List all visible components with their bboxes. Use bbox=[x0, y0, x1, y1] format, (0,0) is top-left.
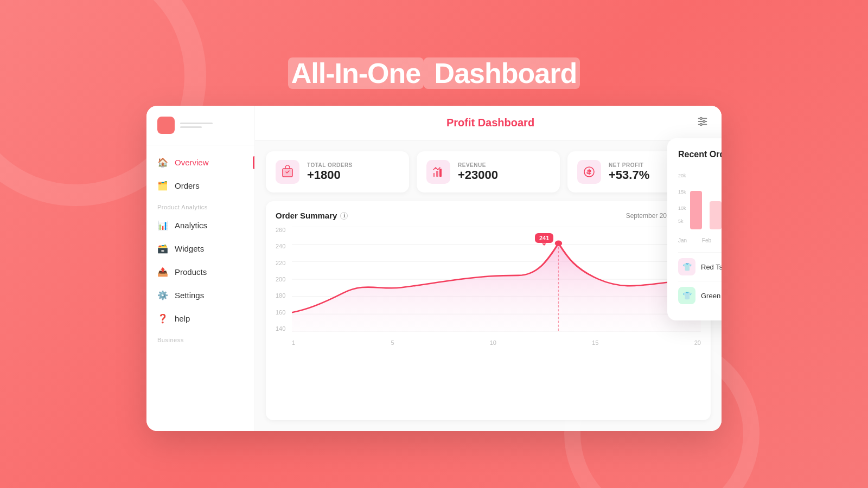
red-tshirt-name: Red Tshirt bbox=[701, 263, 722, 271]
logo-line-2 bbox=[180, 126, 202, 128]
sidebar-item-orders[interactable]: 🗂️ Orders bbox=[146, 174, 254, 197]
bar-chart-labels: Jan Feb Mar Apr May Jun Jul bbox=[678, 237, 722, 243]
sidebar-label-orders: Orders bbox=[175, 181, 200, 190]
dashboard-container: 🏠 Overview 🗂️ Orders Product Analytics 📊… bbox=[146, 106, 722, 431]
orders-stat-icon bbox=[276, 160, 299, 184]
svg-rect-26 bbox=[710, 201, 722, 229]
chart-title: Order Summary ℹ bbox=[276, 211, 348, 220]
logo-line-1 bbox=[180, 123, 213, 124]
info-icon: ℹ bbox=[340, 212, 348, 220]
widgets-icon: 🗃️ bbox=[157, 243, 168, 254]
green-tshirt-name: Green Tshirt bbox=[701, 292, 722, 300]
sidebar-label-help: help bbox=[175, 314, 190, 323]
sidebar-label-analytics: Analytics bbox=[175, 221, 207, 230]
chart-title-text: Order Summary bbox=[276, 211, 337, 220]
orders-stat-value: +1800 bbox=[307, 168, 353, 182]
revenue-stat-info: REVENUE +23000 bbox=[458, 162, 498, 182]
sidebar-item-products[interactable]: 📤 Products bbox=[146, 260, 254, 284]
svg-point-4 bbox=[703, 120, 705, 123]
svg-text:20k: 20k bbox=[678, 173, 686, 178]
recent-orders-panel: Recent Orders 🛍️ ••• 20k 15k 10k 5k bbox=[667, 138, 722, 320]
sidebar-item-help[interactable]: ❓ help bbox=[146, 307, 254, 330]
top-bar: Profit Dashboard bbox=[255, 106, 722, 140]
tooltip-value: 241 bbox=[539, 235, 549, 241]
content-area: TOTAL ORDERS +1800 REVENUE bbox=[255, 140, 722, 431]
ro-title: Recent Orders bbox=[678, 150, 722, 159]
sidebar-item-analytics[interactable]: 📊 Analytics bbox=[146, 214, 254, 237]
filter-icon[interactable] bbox=[697, 115, 709, 130]
svg-point-5 bbox=[700, 124, 702, 126]
line-chart-svg bbox=[292, 227, 701, 332]
settings-icon: ⚙️ bbox=[157, 290, 168, 300]
chart-wrap: 260 240 220 200 180 160 140 bbox=[276, 227, 701, 346]
title-text1: All-In-One bbox=[288, 57, 424, 89]
sidebar-logo bbox=[146, 117, 254, 145]
stat-card-revenue: REVENUE +23000 bbox=[417, 151, 560, 192]
orders-icon: 🗂️ bbox=[157, 181, 168, 191]
svg-text:5k: 5k bbox=[678, 219, 684, 224]
svg-rect-25 bbox=[690, 191, 702, 229]
dashboard-title: Profit Dashboard bbox=[284, 117, 697, 129]
svg-text:10k: 10k bbox=[678, 206, 686, 211]
stat-card-orders: TOTAL ORDERS +1800 bbox=[266, 151, 409, 192]
red-tshirt-icon: 👕 bbox=[678, 258, 695, 275]
sidebar-label-overview: Overview bbox=[175, 158, 209, 167]
help-icon: ❓ bbox=[157, 313, 168, 324]
ro-header: Recent Orders 🛍️ ••• bbox=[678, 149, 722, 159]
svg-rect-9 bbox=[436, 171, 438, 177]
title-text2: Dashboard bbox=[424, 57, 580, 89]
page-title: All-In-One Dashboard bbox=[288, 57, 580, 89]
svg-rect-10 bbox=[439, 169, 442, 177]
svg-text:15k: 15k bbox=[678, 189, 686, 195]
section-label-product-analytics: Product Analytics bbox=[146, 197, 254, 214]
revenue-stat-value: +23000 bbox=[458, 168, 498, 182]
revenue-stat-label: REVENUE bbox=[458, 162, 498, 168]
order-item-red-tshirt: 👕 Red Tshirt $158,00 bbox=[678, 252, 722, 281]
svg-point-3 bbox=[700, 118, 702, 120]
orders-stat-label: TOTAL ORDERS bbox=[307, 162, 353, 168]
profit-stat-label: NET PROFIT bbox=[609, 162, 649, 168]
sidebar-item-settings[interactable]: ⚙️ Settings bbox=[146, 284, 254, 307]
bar-chart-svg: 20k 15k 10k 5k 16k bbox=[678, 168, 722, 233]
green-tshirt-icon: 👕 bbox=[678, 287, 695, 304]
sidebar-label-products: Products bbox=[175, 267, 207, 277]
profit-stat-info: NET PROFIT +53.7% bbox=[609, 162, 649, 182]
order-item-left-green: 👕 Green Tshirt bbox=[678, 287, 722, 304]
sidebar-label-widgets: Widgets bbox=[175, 244, 204, 253]
revenue-stat-icon bbox=[426, 160, 450, 184]
svg-rect-8 bbox=[433, 173, 435, 177]
chart-header: Order Summary ℹ September 2022 📅 ••• bbox=[276, 211, 701, 220]
analytics-icon: 📊 bbox=[157, 220, 168, 230]
logo-box bbox=[157, 117, 175, 134]
order-item-green-tshirt: 👕 Green Tshirt $158,00 bbox=[678, 281, 722, 310]
sidebar-item-overview[interactable]: 🏠 Overview bbox=[146, 151, 254, 174]
products-icon: 📤 bbox=[157, 267, 168, 277]
sidebar-item-widgets[interactable]: 🗃️ Widgets bbox=[146, 237, 254, 260]
bar-chart-wrap: 20k 15k 10k 5k 16k bbox=[678, 168, 722, 243]
chart-section: Order Summary ℹ September 2022 📅 ••• 260… bbox=[266, 201, 711, 420]
stat-cards: TOTAL ORDERS +1800 REVENUE bbox=[266, 151, 711, 192]
section-label-business: Business bbox=[146, 330, 254, 346]
logo-lines bbox=[180, 123, 213, 128]
chart-tooltip: 241 bbox=[535, 233, 553, 243]
profit-stat-value: +53.7% bbox=[609, 168, 649, 182]
profit-stat-icon bbox=[577, 160, 601, 184]
chart-y-labels: 260 240 220 200 180 160 140 bbox=[276, 227, 285, 332]
sidebar: 🏠 Overview 🗂️ Orders Product Analytics 📊… bbox=[146, 106, 255, 431]
main-content: Profit Dashboard bbox=[255, 106, 722, 431]
chart-x-labels: 1 5 10 15 20 bbox=[292, 339, 701, 346]
orders-stat-info: TOTAL ORDERS +1800 bbox=[307, 162, 353, 182]
home-icon: 🏠 bbox=[157, 157, 168, 168]
order-item-left-red: 👕 Red Tshirt bbox=[678, 258, 722, 275]
sidebar-label-settings: Settings bbox=[175, 291, 204, 300]
